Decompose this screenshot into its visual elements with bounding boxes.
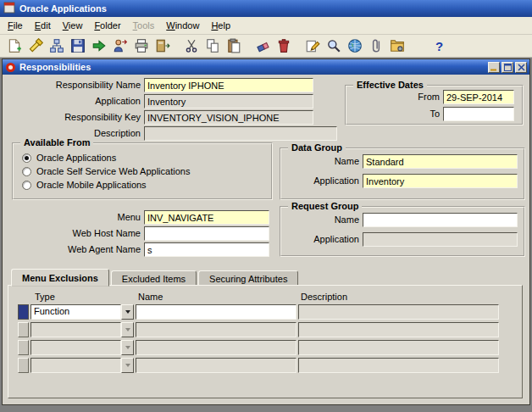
exclusion-name-field[interactable]	[136, 304, 296, 320]
cut-icon[interactable]	[181, 36, 201, 56]
menu-item-file[interactable]: File	[2, 19, 29, 32]
chevron-down-icon	[121, 340, 134, 355]
delete-record-icon[interactable]	[274, 36, 293, 56]
data-group-application-field[interactable]: Inventory	[363, 174, 518, 188]
tab-menu-exclusions[interactable]: Menu Exclusions	[11, 269, 109, 287]
clear-record-icon[interactable]	[252, 36, 272, 56]
window-titlebar[interactable]: Oracle Applications	[0, 0, 532, 17]
to-label: To	[350, 107, 440, 121]
menu-bar: File Edit View Folder Tools Window Help	[0, 17, 532, 35]
request-group-application-label: Application	[285, 232, 359, 247]
exclusion-description-field	[298, 358, 499, 373]
folder-tools-icon[interactable]	[387, 36, 407, 56]
close-form-icon[interactable]	[152, 36, 172, 56]
from-label: From	[350, 90, 440, 104]
exclusion-name-field	[136, 322, 296, 337]
next-step-icon[interactable]	[89, 36, 108, 56]
chevron-down-icon	[121, 358, 134, 373]
description-field	[144, 126, 337, 141]
help-icon[interactable]: ?	[429, 36, 449, 56]
responsibilities-titlebar[interactable]: Responsibilities	[3, 59, 529, 75]
copy-icon[interactable]	[202, 36, 222, 56]
oracle-logo-icon	[6, 63, 15, 72]
chevron-down-icon[interactable]	[121, 304, 134, 320]
data-group-application-label: Application	[285, 174, 359, 188]
record-selector	[18, 322, 29, 337]
data-group-title: Data Group	[288, 142, 346, 153]
type-combo	[30, 358, 134, 373]
zoom-icon[interactable]	[324, 36, 343, 56]
window-controls	[488, 62, 527, 73]
minimize-icon[interactable]	[488, 62, 500, 73]
record-selector[interactable]	[18, 304, 29, 320]
save-icon[interactable]	[68, 36, 87, 56]
radio-oracle-applications[interactable]: Oracle Applications	[22, 152, 116, 164]
radio-unselected-icon	[22, 181, 31, 190]
mdi-area: Responsibilities Responsibility Name	[0, 58, 532, 412]
exclusion-description-field	[298, 304, 499, 320]
responsibility-key-label: Responsibility Key	[3, 110, 141, 125]
data-group-name-field[interactable]: Standard	[363, 154, 518, 169]
type-combo	[30, 340, 134, 355]
switch-responsibility-icon[interactable]	[110, 36, 130, 56]
responsibility-name-label: Responsibility Name	[3, 78, 141, 92]
web-host-name-field[interactable]	[144, 226, 269, 241]
show-navigator-icon[interactable]	[47, 36, 66, 56]
exclusion-name-field	[136, 340, 296, 355]
available-from-group: Available From Oracle Applications Oracl…	[12, 142, 273, 200]
exclusion-description-field	[298, 340, 499, 355]
window-title: Oracle Applications	[19, 3, 107, 14]
print-icon[interactable]	[131, 36, 151, 56]
radio-unselected-icon	[22, 167, 31, 176]
menu-item-view[interactable]: View	[57, 19, 89, 32]
record-selector	[18, 340, 29, 355]
type-combo-value	[30, 322, 121, 337]
request-group-group: Request Group Name Application	[280, 206, 525, 257]
request-group-application-field	[363, 232, 518, 247]
type-combo-value[interactable]: Function	[30, 304, 121, 320]
web-agent-name-label: Web Agent Name	[3, 242, 141, 257]
effective-dates-group: Effective Dates From 29-SEP-2014 To	[345, 85, 524, 125]
menu-item-help[interactable]: Help	[205, 19, 236, 32]
radio-selected-icon	[22, 153, 31, 163]
find-icon[interactable]	[25, 36, 45, 56]
tab-bar: Menu Exclusions Excluded Items Securing …	[11, 269, 300, 287]
web-agent-name-field[interactable]: s	[144, 242, 269, 257]
radio-oracle-self-service-web-applications[interactable]: Oracle Self Service Web Applications	[22, 165, 190, 177]
chevron-down-icon	[121, 322, 134, 337]
data-group-group: Data Group Name Standard Application Inv…	[280, 148, 525, 200]
attachments-icon[interactable]	[366, 36, 385, 56]
menu-item-window[interactable]: Window	[160, 19, 205, 32]
request-group-name-field[interactable]	[363, 213, 518, 227]
type-combo-value	[30, 340, 121, 355]
maximize-icon[interactable]	[502, 62, 513, 73]
close-icon[interactable]	[515, 62, 527, 73]
radio-oracle-mobile-applications[interactable]: Oracle Mobile Applications	[22, 179, 147, 191]
responsibilities-canvas: Responsibility Name Inventory IPHONE App…	[3, 75, 529, 404]
menu-item-edit[interactable]: Edit	[29, 19, 57, 32]
menu-item-folder[interactable]: Folder	[88, 19, 126, 32]
responsibility-name-field[interactable]: Inventory IPHONE	[144, 78, 313, 92]
name-column-header: Name	[138, 292, 163, 302]
request-group-name-label: Name	[285, 213, 359, 227]
new-icon[interactable]	[4, 36, 24, 56]
application-window: Oracle Applications File Edit View Folde…	[0, 0, 532, 412]
exclusion-description-field	[298, 322, 499, 337]
menu-field[interactable]: INV_NAVIGATE	[144, 210, 269, 225]
type-combo[interactable]: Function	[30, 304, 134, 320]
paste-icon[interactable]	[224, 36, 243, 56]
responsibility-key-field: INVENTORY_VISION_IPHONE	[144, 110, 313, 125]
to-date-field[interactable]	[443, 107, 514, 121]
web-host-name-label: Web Host Name	[3, 226, 141, 241]
exclusion-name-field	[136, 358, 296, 373]
application-label: Application	[3, 94, 141, 109]
translations-icon[interactable]	[345, 36, 364, 56]
menu-item-tools: Tools	[127, 19, 161, 32]
edit-field-icon[interactable]	[302, 36, 322, 56]
responsibilities-window-title: Responsibilities	[19, 62, 484, 72]
data-group-name-label: Name	[285, 154, 359, 169]
toolbar: ?	[0, 35, 532, 58]
application-field: Inventory	[144, 94, 313, 109]
menu-label: Menu	[3, 210, 141, 225]
from-date-field[interactable]: 29-SEP-2014	[443, 90, 514, 104]
